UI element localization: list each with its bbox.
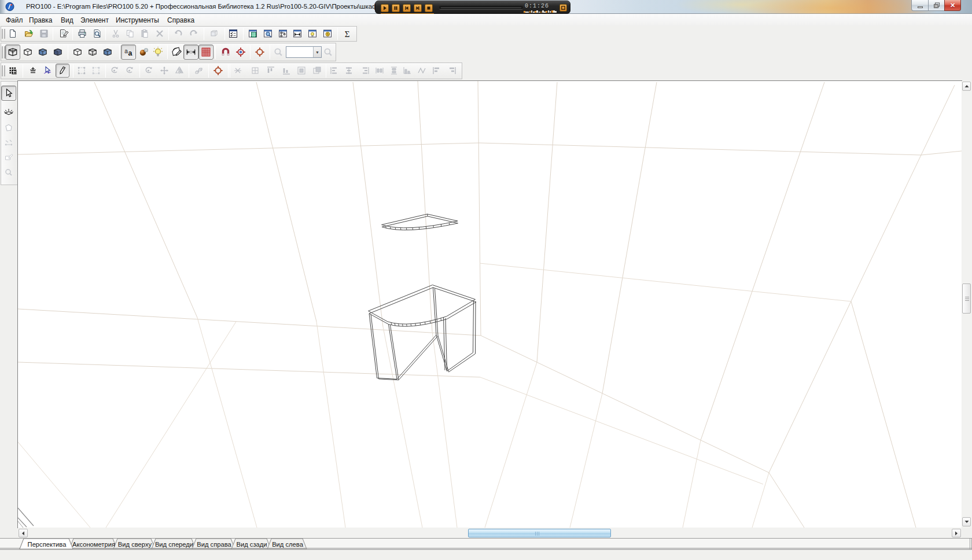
svg-text:a: a: [124, 48, 128, 54]
svg-text:Аксонометрия: Аксонометрия: [72, 541, 115, 548]
svg-text:Вид слева: Вид слева: [272, 541, 304, 548]
svg-text:a: a: [128, 49, 132, 57]
svg-text:Σ: Σ: [345, 30, 350, 39]
svg-text:Вид сзади: Вид сзади: [236, 541, 267, 548]
svg-text:Вид справа: Вид справа: [197, 541, 231, 548]
svg-text:Вид спереди: Вид спереди: [155, 541, 193, 548]
svg-text:Вид сверху: Вид сверху: [118, 541, 152, 548]
svg-text:Перспектива: Перспектива: [28, 541, 67, 548]
